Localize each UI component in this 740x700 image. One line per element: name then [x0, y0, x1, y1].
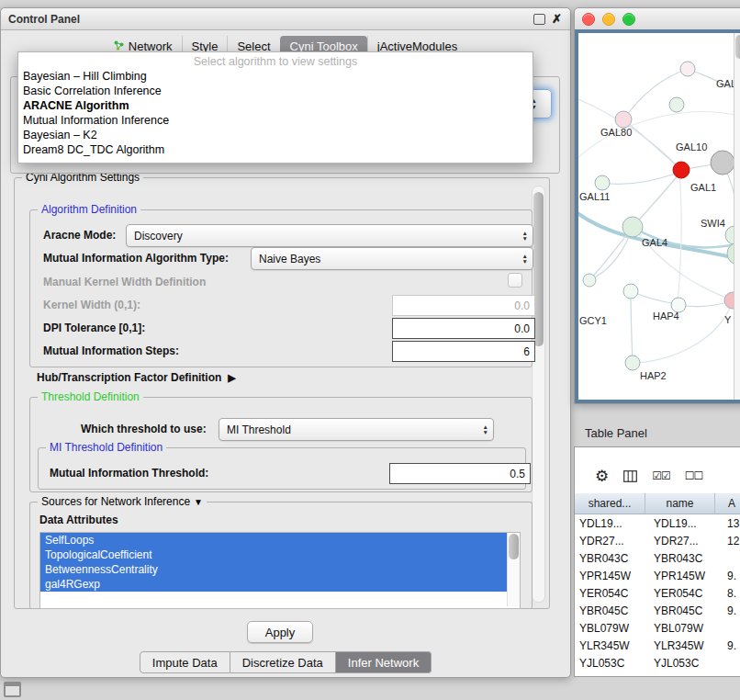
network-node-label: GAL80 [600, 127, 632, 138]
column-header[interactable]: shared... [575, 493, 645, 514]
table-row[interactable]: YER054CYER054C8. [575, 584, 740, 602]
tab-infer-network[interactable]: Infer Network [336, 651, 432, 673]
data-attributes-list[interactable]: SelfLoopsTopologicalCoefficientBetweenne… [39, 532, 521, 609]
mi-type-label: Mutual Information Algorithm Type: [43, 252, 229, 265]
table-panel-title: Table Panel [585, 426, 647, 440]
network-node[interactable] [583, 274, 596, 287]
network-edge [633, 174, 679, 227]
deselect-all-icon[interactable]: ☐☐ [685, 469, 703, 482]
network-node-label: HAP2 [640, 370, 667, 381]
scrollbar-thumb[interactable] [509, 534, 519, 559]
algorithm-option[interactable]: ARACNE Algorithm [18, 98, 533, 113]
sources-title: Sources for Network Inference [41, 495, 190, 509]
network-edge [678, 301, 731, 307]
table-cell: YJL053C [575, 657, 649, 670]
chevron-down-icon: ▼ [522, 259, 528, 265]
algorithm-option[interactable]: Dream8 DC_TDC Algorithm [18, 142, 533, 157]
network-node[interactable] [622, 217, 643, 237]
data-attribute-item[interactable]: gal4RGexp [40, 577, 508, 592]
settings-scrollbar[interactable] [532, 186, 545, 603]
table-cell: YDL19... [649, 517, 723, 530]
table-row[interactable]: YPR145WYPR145W9. [575, 567, 740, 584]
gear-icon[interactable]: ⚙ [595, 467, 609, 486]
apply-button[interactable]: Apply [247, 621, 313, 643]
mi-threshold-title: MI Threshold Definition [46, 441, 166, 455]
algorithm-option[interactable]: Basic Correlation Inference [18, 84, 533, 98]
network-node[interactable] [680, 62, 695, 76]
network-view-frame: GAL80GALGAL10GAL11GAL1SWI4GAL4GCY1HAP4YH… [575, 29, 740, 403]
scrollbar-thumb[interactable] [735, 35, 740, 59]
table-row[interactable]: YDR27...YDR27...12 [575, 532, 740, 549]
network-node-label: GAL11 [579, 191, 610, 202]
bottom-tabs: Impute Data Discretize Data Infer Networ… [1, 651, 570, 673]
algorithm-dropdown: Select algorithm to view settings Bayesi… [17, 51, 533, 164]
close-traffic-icon[interactable] [582, 13, 595, 26]
minimize-traffic-icon[interactable] [602, 13, 615, 26]
attributes-scrollbar[interactable] [507, 533, 520, 606]
table-cell: YJL053C [649, 657, 723, 670]
control-panel-title: Control Panel [1, 13, 80, 26]
table-cell: YBL079W [575, 622, 649, 635]
dpi-tolerance-label: DPI Tolerance [0,1]: [43, 322, 145, 334]
network-node[interactable] [711, 151, 734, 175]
table-cell: YBR045C [575, 604, 649, 617]
collapse-arrow-icon: ▼ [194, 495, 203, 509]
network-node[interactable] [625, 356, 640, 370]
kernel-width-label: Kernel Width (0,1): [43, 299, 140, 311]
select-all-icon[interactable]: ☑☑ [652, 469, 670, 482]
table-cell: YPR145W [575, 570, 649, 582]
float-window-icon[interactable] [533, 14, 545, 25]
table-row[interactable]: YDL19...YDL19...13 [575, 514, 740, 532]
network-canvas-svg[interactable]: GAL80GALGAL10GAL11GAL1SWI4GAL4GCY1HAP4YH… [578, 33, 740, 399]
data-attribute-item[interactable]: SelfLoops [40, 533, 508, 548]
table-row[interactable]: YBR045CYBR045C9. [575, 602, 740, 619]
close-icon[interactable]: ✗ [552, 14, 562, 25]
table-row[interactable]: YJL053CYJL053C [575, 654, 740, 672]
algorithm-dropdown-options: Bayesian – Hill ClimbingBasic Correlatio… [18, 69, 533, 157]
algorithm-definition-group: Algorithm Definition Aracne Mode: Discov… [29, 209, 533, 367]
control-panel-window: Control Panel ✗ Network Style Select Cyn… [0, 7, 571, 678]
which-threshold-select[interactable]: MI Threshold ▲▼ [219, 418, 494, 441]
control-panel-titlebar[interactable]: Control Panel ✗ [1, 8, 570, 30]
tab-discretize-data[interactable]: Discretize Data [230, 651, 336, 673]
mi-type-value: Naive Bayes [259, 253, 320, 265]
network-node[interactable] [595, 175, 610, 190]
mi-type-select[interactable]: Naive Bayes ▲▼ [251, 247, 533, 270]
network-node-label: GCY1 [579, 315, 607, 326]
mi-steps-field[interactable]: 6 [392, 341, 535, 362]
table-row[interactable]: YBL079WYBL079W [575, 619, 740, 637]
algorithm-option[interactable]: Bayesian – Hill Climbing [18, 69, 533, 84]
aracne-mode-value: Discovery [134, 230, 183, 243]
column-header[interactable]: name [645, 493, 715, 514]
mi-threshold-field[interactable]: 0.5 [389, 463, 531, 484]
minimized-panel-icon[interactable] [4, 682, 21, 697]
tab-impute-data[interactable]: Impute Data [140, 651, 230, 673]
table-cell: YBL079W [649, 622, 723, 635]
data-attribute-item[interactable]: BetweennessCentrality [40, 562, 508, 577]
which-threshold-value: MI Threshold [227, 423, 291, 436]
network-canvas[interactable]: GAL80GALGAL10GAL11GAL1SWI4GAL4GCY1HAP4YH… [578, 33, 740, 400]
sources-collapser[interactable]: Sources for Network Inference ▼ [38, 495, 207, 509]
table-header-row: shared... name A [575, 493, 740, 514]
network-node[interactable] [623, 284, 638, 299]
column-header[interactable]: A [715, 493, 740, 514]
algorithm-option[interactable]: Mutual Information Inference [18, 113, 533, 128]
network-window-titlebar[interactable] [575, 8, 740, 30]
network-node[interactable] [673, 162, 690, 178]
zoom-traffic-icon[interactable] [622, 13, 635, 26]
aracne-mode-select[interactable]: Discovery ▲▼ [126, 224, 533, 247]
network-node[interactable] [669, 97, 684, 112]
algorithm-option[interactable]: Bayesian – K2 [18, 128, 533, 142]
manual-kernel-label: Manual Kernel Width Definition [43, 276, 206, 288]
table-row[interactable]: YLR345WYLR345W9. [575, 637, 740, 654]
table-cell: 12 [723, 535, 740, 548]
table-row[interactable]: YBR043CYBR043C [575, 549, 740, 567]
hub-definition-expander[interactable]: Hub/Transcription Factor Definition ▶ [37, 371, 236, 384]
network-node-label: Y [724, 314, 732, 325]
data-attribute-item[interactable]: TopologicalCoefficient [40, 548, 508, 562]
show-columns-icon[interactable] [623, 470, 637, 482]
network-node[interactable] [615, 111, 632, 128]
network-scrollbar[interactable] [734, 33, 740, 400]
dpi-tolerance-field[interactable]: 0.0 [392, 318, 535, 339]
manual-kernel-checkbox [508, 273, 522, 288]
